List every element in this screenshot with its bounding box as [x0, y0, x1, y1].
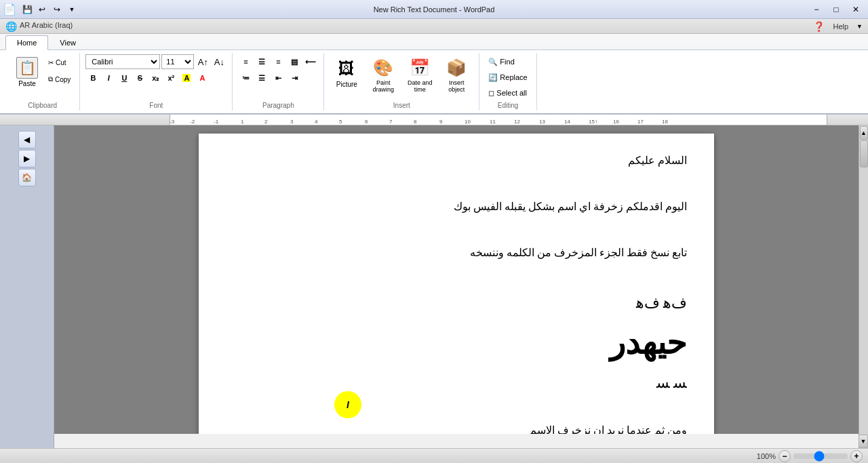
insert-object-button[interactable]: 📦 Insert object [439, 54, 473, 95]
title-bar: 📄 💾 ↩ ↪ ▼ New Rich Text Document - WordP… [0, 0, 868, 19]
line-2: اليوم اقدملكم زخرفة اي اسم بشكل يقبله ال… [226, 196, 687, 218]
zoom-level: 100% [757, 452, 776, 460]
copy-button[interactable]: ⧉ Copy [45, 71, 74, 87]
font-group: Calibri 11 A↑ A↓ B I U S x₂ x [80, 53, 233, 110]
ribbon-content: 📋 Paste ✂ Cut ⧉ Copy [0, 49, 868, 113]
nav-forward-button[interactable]: ▶ [18, 150, 36, 167]
picture-button[interactable]: 🖼 Picture [330, 54, 363, 95]
minimize-button[interactable]: − [807, 2, 826, 17]
font-family-select[interactable]: Calibri [85, 54, 160, 69]
paint-drawing-icon: 🎨 [372, 58, 394, 78]
help-icon: ❓ [813, 21, 825, 32]
content-row: ◀ ▶ 🏠 السلام عليكم اليوم اقدملكم زخرفة ا… [0, 125, 868, 448]
date-time-icon: 📅 [409, 58, 431, 78]
paragraph-group-content: ≡ ☰ ≡ ▤ ⟵ ≔ ☰ ⇤ ⇥ [238, 54, 318, 100]
clipboard-small-buttons: ✂ Cut ⧉ Copy [45, 54, 74, 87]
line-1: السلام عليكم [226, 150, 687, 172]
scissors-icon: ✂ [48, 59, 54, 66]
insert-object-icon: 📦 [446, 58, 467, 78]
scroll-thumb[interactable] [860, 140, 868, 167]
picture-icon: 🖼 [336, 58, 357, 79]
insert-group-content: 🖼 Picture 🎨 Paint drawing 📅 Date and tim… [330, 54, 473, 100]
numbering-button[interactable]: ☰ [254, 71, 269, 85]
line-6: ومن ثم عندما نريد ان نزخرف الاسم [226, 420, 687, 434]
select-all-icon: ◻ [488, 89, 494, 98]
document-area[interactable]: السلام عليكم اليوم اقدملكم زخرفة اي اسم … [54, 125, 859, 434]
paragraph-group: ≡ ☰ ≡ ▤ ⟵ ≔ ☰ ⇤ ⇥ Paragraph [233, 53, 324, 110]
format-buttons-row: B I U S x₂ x² A A [85, 71, 210, 85]
editing-label: Editing [498, 100, 519, 109]
window-controls: − □ ✕ [807, 2, 865, 17]
clipboard-group: 📋 Paste ✂ Cut ⧉ Copy [5, 53, 80, 110]
language-bar: 🌐 AR Arabic (Iraq) ❓ Help ▼ [0, 19, 868, 34]
font-size-select[interactable]: 11 [161, 54, 194, 69]
qa-dropdown-button[interactable]: ▼ [65, 3, 79, 16]
scroll-up-button[interactable]: ▲ [860, 126, 868, 140]
superscript-button[interactable]: x² [163, 71, 178, 85]
rtl-button[interactable]: ⟵ [303, 54, 318, 69]
window-title: New Rich Text Document - WordPad [374, 5, 495, 14]
strikethrough-button[interactable]: S [132, 71, 147, 85]
zoom-in-button[interactable]: + [850, 450, 863, 462]
font-label: Font [149, 100, 163, 109]
qa-redo-button[interactable]: ↪ [50, 3, 64, 16]
date-time-button[interactable]: 📅 Date and time [403, 54, 437, 95]
highlight-button[interactable]: A [179, 71, 194, 85]
paint-drawing-button[interactable]: 🎨 Paint drawing [366, 54, 400, 95]
document-page: السلام عليكم اليوم اقدملكم زخرفة اي اسم … [199, 134, 714, 434]
find-button[interactable]: 🔍 Find [485, 54, 517, 69]
app-icon: 📄 [3, 3, 16, 16]
cursor-indicator: I [334, 391, 361, 418]
ruler-marks: -3 -2 -1 1 2 3 4 5 6 7 8 9 10 11 12 13 1… [170, 115, 827, 125]
quick-access-toolbar: 📄 💾 ↩ ↪ ▼ [3, 3, 79, 16]
subscript-button[interactable]: x₂ [148, 71, 163, 85]
font-color-button[interactable]: A [195, 71, 210, 85]
close-button[interactable]: ✕ [846, 2, 865, 17]
para-bottom-row: ≔ ☰ ⇤ ⇥ [238, 71, 302, 85]
font-shrink-button[interactable]: A↓ [212, 54, 226, 69]
increase-indent-button[interactable]: ⇥ [287, 71, 302, 85]
decorative-bottom: ﺴ ﺴ [226, 368, 687, 398]
qa-undo-button[interactable]: ↩ [35, 3, 49, 16]
italic-button[interactable]: I [101, 71, 116, 85]
vertical-scrollbar[interactable]: ▲ ▼ [859, 125, 868, 448]
editing-group: 🔍 Find 🔄 Replace ◻ Select all Editing [479, 53, 536, 110]
font-grow-button[interactable]: A↑ [195, 54, 210, 69]
paste-label: Paste [18, 80, 36, 87]
help-dropdown[interactable]: ▼ [856, 23, 863, 30]
nav-back-button[interactable]: ◀ [18, 131, 36, 148]
help-label: Help [833, 22, 848, 31]
justify-button[interactable]: ▤ [287, 54, 302, 69]
qa-save-button[interactable]: 💾 [20, 3, 34, 16]
align-left-button[interactable]: ≡ [238, 54, 253, 69]
select-all-button[interactable]: ◻ Select all [485, 85, 530, 100]
lang-label: AR Arabic (Iraq) [20, 21, 73, 32]
bold-button[interactable]: B [85, 71, 100, 85]
copy-icon: ⧉ [48, 75, 53, 83]
scroll-down-button[interactable]: ▼ [859, 435, 868, 448]
editing-group-content: 🔍 Find 🔄 Replace ◻ Select all [485, 54, 530, 100]
align-center-button[interactable]: ☰ [254, 54, 269, 69]
tab-home[interactable]: Home [5, 35, 48, 50]
nav-home-button[interactable]: 🏠 [18, 169, 36, 186]
paste-button[interactable]: 📋 Paste [11, 54, 43, 89]
bullets-button[interactable]: ≔ [238, 71, 253, 85]
maximize-button[interactable]: □ [827, 2, 846, 17]
ribbon: Home View 📋 Paste [0, 34, 868, 115]
underline-button[interactable]: U [117, 71, 132, 85]
align-right-button[interactable]: ≡ [271, 54, 285, 69]
replace-button[interactable]: 🔄 Replace [485, 70, 530, 85]
decorative-main: ﺣﻴﻬﺪﺭ [226, 323, 687, 363]
document-text[interactable]: السلام عليكم اليوم اقدملكم زخرفة اي اسم … [226, 150, 687, 434]
zoom-out-button[interactable]: − [778, 450, 791, 462]
decrease-indent-button[interactable]: ⇤ [271, 71, 285, 85]
para-top-row: ≡ ☰ ≡ ▤ ⟵ [238, 54, 318, 69]
left-panel: ◀ ▶ 🏠 [0, 125, 54, 448]
tab-view[interactable]: View [48, 35, 87, 49]
status-right: 100% − + [757, 450, 863, 462]
line-3: تابع نسخ فقط الجزء المزخرف من الكلمه ونن… [226, 242, 687, 264]
decorative-top: فﮬ فﮬ [226, 288, 687, 318]
zoom-slider[interactable] [793, 454, 848, 459]
cut-button[interactable]: ✂ Cut [45, 54, 74, 71]
lang-icon: 🌐 [5, 21, 17, 32]
